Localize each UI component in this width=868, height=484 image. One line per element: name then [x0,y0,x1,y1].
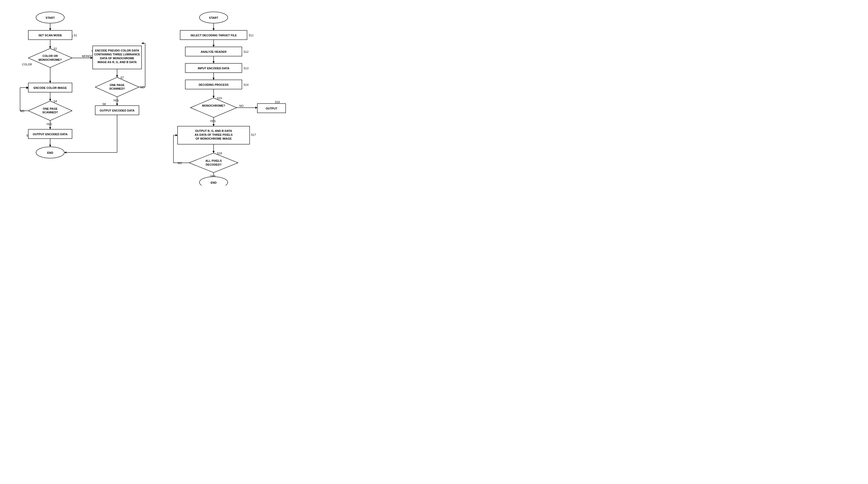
svg-marker-115 [189,153,238,173]
svg-text:SELECT DECODING TARGET FILE: SELECT DECODING TARGET FILE [190,34,237,37]
svg-text:ENCODE COLOR IMAGE: ENCODE COLOR IMAGE [34,86,67,89]
svg-text:YES: YES [210,119,216,123]
svg-text:S2: S2 [54,47,57,50]
svg-text:ALL PIXELS: ALL PIXELS [205,159,222,162]
svg-text:YES: YES [113,99,119,102]
svg-text:S17: S17 [251,133,256,136]
svg-marker-96 [190,98,237,117]
svg-text:DECODED?: DECODED? [206,163,222,166]
svg-text:INPUT ENCODED DATA: INPUT ENCODED DATA [198,67,229,70]
svg-marker-74 [213,28,215,30]
svg-marker-79 [213,45,215,47]
svg-text:ONE PAGE: ONE PAGE [110,83,124,87]
left-flowchart: START SET SCAN MODE S1 S2 COLOR OR MONOC… [13,10,147,187]
svg-marker-41 [49,145,51,147]
svg-marker-15 [49,81,51,83]
svg-text:MONOCHROME?: MONOCHROME? [202,104,225,107]
svg-text:NO: NO [140,86,145,89]
svg-marker-69 [64,151,66,153]
svg-marker-89 [213,78,215,80]
svg-text:OUTPUT R, G, AND B DATA: OUTPUT R, G, AND B DATA [195,129,232,133]
svg-text:MONOCHROME?: MONOCHROME? [39,58,62,61]
svg-marker-113 [213,151,215,153]
svg-text:CONTAINING THREE LUMINANCE: CONTAINING THREE LUMINANCE [94,53,140,56]
svg-marker-37 [49,127,51,129]
svg-marker-60 [142,42,144,44]
svg-text:SCANNED?: SCANNED? [42,111,58,114]
svg-marker-51 [116,75,118,77]
svg-text:NO: NO [239,104,244,107]
svg-text:AS DATA OF THREE PIXELS: AS DATA OF THREE PIXELS [194,133,232,136]
svg-marker-8 [49,46,51,49]
svg-text:IMAGE AS R, G, AND B DATA: IMAGE AS R, G, AND B DATA [97,60,137,64]
svg-text:S1: S1 [73,34,77,37]
svg-marker-122 [176,134,178,136]
svg-marker-94 [213,96,215,98]
svg-text:NO: NO [178,162,182,165]
svg-text:S8: S8 [102,103,106,106]
svg-text:END: END [211,181,216,184]
svg-text:S18: S18 [217,152,222,155]
svg-marker-24 [49,99,51,101]
svg-text:ENCODE PSEUDO COLOR DATA: ENCODE PSEUDO COLOR DATA [95,49,139,52]
svg-text:OUTPUT ENCODED DATA: OUTPUT ENCODED DATA [33,133,67,136]
svg-marker-84 [213,61,215,63]
svg-text:COLOR OR: COLOR OR [42,54,58,57]
svg-marker-2 [49,28,51,30]
svg-text:COLOR: COLOR [22,63,32,66]
svg-text:S13: S13 [243,67,249,70]
svg-text:ANALYZE HEADER: ANALYZE HEADER [201,50,226,53]
svg-text:S16: S16 [275,101,280,104]
svg-text:OUTPUT ENCODED DATA: OUTPUT ENCODED DATA [100,109,134,112]
diagram-container: START SET SCAN MODE S1 S2 COLOR OR MONOC… [5,5,304,192]
svg-marker-63 [116,104,118,106]
svg-text:DECODING PROCESS: DECODING PROCESS [199,83,228,86]
svg-marker-10 [28,49,72,67]
svg-text:S14: S14 [243,83,249,86]
svg-text:NO: NO [20,110,25,113]
left-start-label: START [45,16,55,19]
svg-text:END: END [47,151,53,154]
svg-text:YES: YES [46,123,52,126]
svg-text:S12: S12 [243,50,249,53]
svg-text:S7: S7 [120,76,124,79]
svg-text:SET SCAN MODE: SET SCAN MODE [38,34,62,37]
svg-text:S15: S15 [217,96,222,100]
svg-text:S11: S11 [249,34,254,37]
svg-text:ONE PAGE: ONE PAGE [43,107,57,110]
svg-text:DATA OF MONOCHROME: DATA OF MONOCHROME [100,57,134,60]
right-flowchart: START SELECT DECODING TARGET FILE S11 AN… [162,10,306,187]
svg-text:S4: S4 [54,100,57,103]
svg-text:START: START [209,16,218,19]
svg-marker-106 [213,124,215,126]
svg-text:OF MONOCHROME IMAGE: OF MONOCHROME IMAGE [195,137,232,140]
svg-marker-100 [255,107,257,109]
svg-text:OUTPUT: OUTPUT [266,107,277,110]
svg-text:SCANNED?: SCANNED? [109,87,125,90]
